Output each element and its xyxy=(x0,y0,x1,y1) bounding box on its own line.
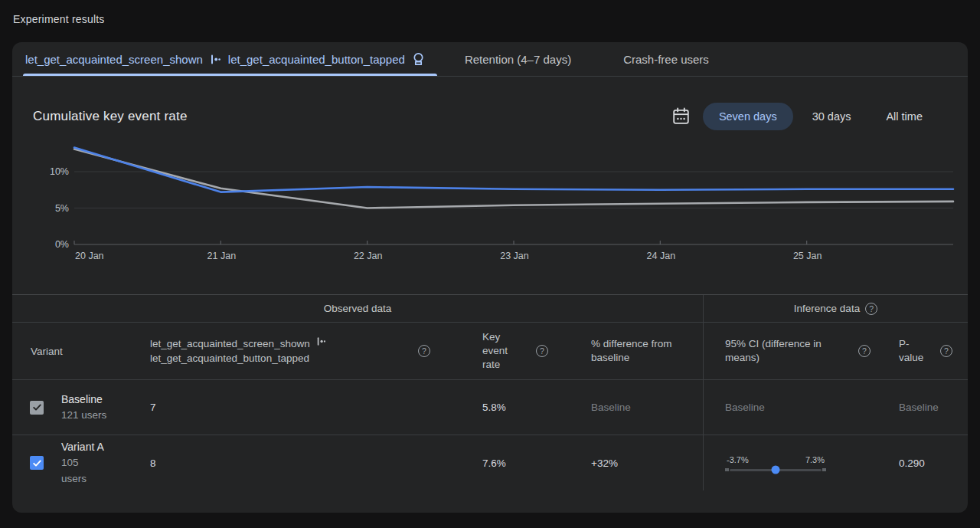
svg-text:24 Jan: 24 Jan xyxy=(647,251,676,261)
variant-name: Baseline xyxy=(61,392,150,408)
svg-text:0%: 0% xyxy=(55,239,69,250)
range-button-all-time[interactable]: All time xyxy=(870,103,939,130)
event-column-line2: let_get_acquainted_button_tapped xyxy=(150,353,309,364)
sequence-icon xyxy=(316,336,326,346)
help-icon[interactable]: ? xyxy=(536,345,548,357)
page-title: Experiment results xyxy=(0,0,980,25)
ci-track xyxy=(730,469,822,471)
svg-text:22 Jan: 22 Jan xyxy=(354,251,383,261)
chart-title: Cumulative key event rate xyxy=(33,109,188,124)
results-table: Observed data Inference data ? Variant l… xyxy=(12,294,968,490)
date-range-controls: Seven days 30 days All time xyxy=(668,103,939,130)
key-event-rate-value: 7.6% xyxy=(482,457,506,469)
experiment-results-card: let_get_acquainted_screen_shown let_get_… xyxy=(12,42,968,513)
inference-data-header: Inference data ? xyxy=(703,295,968,322)
tab-crash-free-label: Crash-free users xyxy=(623,53,709,66)
range-button-seven-days[interactable]: Seven days xyxy=(703,103,793,130)
ci-point-estimate-dot xyxy=(772,466,780,474)
observed-data-header: Observed data xyxy=(12,303,703,314)
help-icon[interactable]: ? xyxy=(940,345,952,357)
svg-text:10%: 10% xyxy=(50,166,69,177)
ci-value: Baseline xyxy=(725,402,765,413)
key-event-rate-column-header: Key event rate xyxy=(482,330,518,372)
calendar-icon[interactable] xyxy=(668,103,695,130)
metric-tabbar: let_get_acquainted_screen_shown let_get_… xyxy=(12,42,968,77)
p-value: 0.290 xyxy=(899,457,925,469)
tab-goal-metric[interactable]: let_get_acquainted_screen_shown let_get_… xyxy=(12,42,439,76)
svg-text:21 Jan: 21 Jan xyxy=(207,251,237,261)
variant-users: 121 users xyxy=(61,408,150,423)
ci-column-header: 95% CI (difference in means) xyxy=(725,337,848,365)
active-tab-indicator xyxy=(23,74,437,76)
table-section-header-row: Observed data Inference data ? xyxy=(12,295,968,323)
tab-retention-label: Retention (4–7 days) xyxy=(465,53,571,66)
tab-event-1-label: let_get_acquainted_screen_shown xyxy=(25,53,203,66)
table-row-baseline: Baseline 121 users 7 5.8% Baseline Basel… xyxy=(12,380,968,435)
variant-a-checkbox[interactable] xyxy=(30,456,44,470)
tab-crash-free[interactable]: Crash-free users xyxy=(597,42,735,76)
ci-low-label: -3.7% xyxy=(727,455,749,464)
svg-text:20 Jan: 20 Jan xyxy=(75,251,104,261)
variant-column-header: Variant xyxy=(12,346,150,357)
svg-text:23 Jan: 23 Jan xyxy=(500,251,529,261)
help-icon[interactable]: ? xyxy=(858,345,871,357)
svg-text:25 Jan: 25 Jan xyxy=(793,251,822,261)
variant-users: 105 users xyxy=(61,455,96,487)
svg-text:5%: 5% xyxy=(55,203,69,214)
range-button-30-days[interactable]: 30 days xyxy=(796,103,867,130)
variant-name: Variant A xyxy=(61,439,150,455)
pct-difference-value: +32% xyxy=(591,457,618,469)
ci-high-label: 7.3% xyxy=(805,455,825,464)
p-value-column-header: P-value xyxy=(899,337,933,365)
event-count: 8 xyxy=(150,457,441,469)
event-column-line1: let_get_acquainted_screen_shown xyxy=(150,338,310,349)
inference-data-label: Inference data xyxy=(794,303,860,314)
event-count: 7 xyxy=(150,402,441,413)
tab-event-2-label: let_get_acquainted_button_tapped xyxy=(228,53,405,66)
pct-difference-value: Baseline xyxy=(591,402,631,413)
sequence-icon xyxy=(210,54,221,65)
pct-difference-column-header: % difference from baseline xyxy=(591,338,672,363)
cumulative-rate-chart: 0%5%10%20 Jan21 Jan22 Jan23 Jan24 Jan25 … xyxy=(12,130,968,272)
goal-badge-icon xyxy=(412,52,425,67)
confidence-interval-visualization: -3.7% 7.3% xyxy=(725,455,826,471)
key-event-rate-value: 5.8% xyxy=(482,402,506,413)
p-value: Baseline xyxy=(899,402,939,413)
tab-retention[interactable]: Retention (4–7 days) xyxy=(439,42,597,76)
help-icon[interactable]: ? xyxy=(418,345,430,357)
table-row-variant-a: Variant A 105 users 8 7.6% +32% -3.7% 7.… xyxy=(12,435,968,490)
help-icon[interactable]: ? xyxy=(865,303,877,315)
baseline-checkbox[interactable] xyxy=(30,401,44,415)
table-column-header-row: Variant let_get_acquainted_screen_shown … xyxy=(12,323,968,380)
event-column-header: let_get_acquainted_screen_shown let_get_… xyxy=(150,336,326,365)
